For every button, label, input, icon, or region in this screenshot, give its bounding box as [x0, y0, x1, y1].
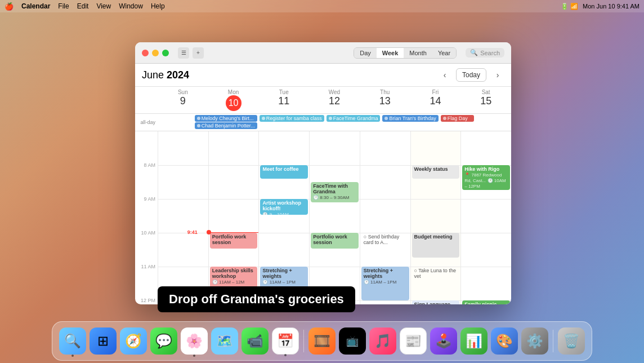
dock-safari[interactable]: 🧭 [120, 327, 147, 355]
dock-finder[interactable]: 🔍 [59, 327, 86, 355]
current-time-line [211, 232, 259, 233]
grid-col-fri: Weekly status Budget meeting ○ Take Luna… [410, 131, 461, 304]
dock-systemprefs[interactable]: ⚙️ [521, 327, 548, 355]
dock-maps[interactable]: 🗺️ [211, 327, 238, 355]
day-header-mon: Mon 10 [208, 87, 259, 113]
time-label-10am: 10 AM [141, 230, 155, 236]
time-label-11am: 11 AM [141, 264, 155, 269]
event-picnic[interactable]: Family picnic 🕐 12 – 2PM [462, 300, 510, 304]
allday-cell-fri: Flag Day [440, 114, 476, 131]
tab-week[interactable]: Week [377, 48, 404, 58]
allday-cell-wed: FaceTime Grandma [325, 114, 382, 131]
time-grid: 8 AM 9 AM 10 AM 11 AM 12 PM 1 PM 2 PM 3 … [135, 131, 511, 304]
dock-keynote[interactable]: 🎨 [491, 327, 518, 355]
grid-col-tue: Meet for coffee Artist workshop kickoff!… [258, 131, 309, 304]
allday-cell-sun [158, 114, 194, 131]
search-icon: 🔍 [470, 49, 478, 56]
view-tabs: Day Week Month Year [354, 47, 457, 59]
allday-cell-thu: Brian Tran's Birthday [381, 114, 439, 131]
allday-event-flag[interactable]: Flag Day [441, 115, 475, 122]
cal-year: 2024 [167, 69, 189, 81]
menu-calendar[interactable]: Calendar [21, 2, 50, 10]
apple-icon[interactable]: 🍎 [5, 2, 14, 11]
menubar-right: 🔋 📶 Mon Jun 10 9:41 AM [561, 3, 639, 10]
cal-month: June [142, 69, 164, 81]
allday-event-chad[interactable]: Chad Benjamin Potter... [195, 122, 257, 129]
allday-cell-mon: Melody Cheung's Birt... Chad Benjamin Po… [194, 114, 258, 131]
menu-file[interactable]: File [58, 2, 69, 10]
dock-arcade[interactable]: 🕹️ [430, 327, 457, 355]
current-time-indicator: 9:41 [209, 230, 259, 234]
dock-photos[interactable]: 🌸 [181, 327, 208, 355]
close-button[interactable] [142, 50, 149, 56]
add-event-button[interactable]: + [193, 47, 204, 59]
tooltip-text: Drop off Grandma's groceries [169, 292, 344, 306]
dock-divider [303, 330, 304, 352]
time-label-8am: 8 AM [144, 162, 155, 168]
menubar-left: 🍎 Calendar File Edit View Window Help [5, 2, 165, 11]
search-box[interactable]: 🔍 Search [466, 48, 504, 57]
event-facetime-grandma[interactable]: FaceTime with Grandma 🕐 8:30 – 9:30AM [311, 182, 359, 202]
menu-window[interactable]: Window [119, 2, 143, 10]
dock-calendar[interactable]: 📅 [272, 327, 299, 355]
event-stretching-thu[interactable]: Stretching + weights 🕐 11AM – 1PM [361, 267, 409, 300]
minimize-button[interactable] [152, 50, 159, 56]
dock-numbers[interactable]: 📊 [460, 327, 488, 355]
dock-clips[interactable]: 🎞️ [308, 327, 336, 355]
cal-header: June 2024 ‹ Today › [135, 64, 511, 87]
allday-event-melody[interactable]: Melody Cheung's Birt... [195, 115, 257, 122]
allday-label: all-day [135, 114, 158, 131]
maximize-button[interactable] [162, 50, 169, 56]
grid-col-sat: Hike with Rigo 📍 7867 Redwood Rd, Cast..… [460, 131, 511, 304]
dock-trash[interactable]: 🗑️ [558, 327, 585, 355]
menu-view[interactable]: View [96, 2, 111, 10]
dock-music[interactable]: 🎵 [369, 327, 396, 355]
today-button[interactable]: Today [456, 68, 486, 82]
day-header-fri: Fri 14 [410, 87, 461, 113]
sidebar-toggle[interactable]: ☰ [178, 47, 189, 59]
current-time-dot [207, 230, 211, 234]
event-artist-workshop[interactable]: Artist workshop kickoff! 🕐 9 – 10AM [260, 199, 308, 215]
event-portfolio-wed[interactable]: Portfolio work session [311, 233, 359, 249]
nav-prev-button[interactable]: ‹ [438, 68, 451, 82]
allday-row: all-day Melody Cheung's Birt... Chad Ben… [135, 114, 511, 131]
tab-year[interactable]: Year [432, 48, 456, 58]
menu-help[interactable]: Help [151, 2, 165, 10]
grid-col-wed: FaceTime with Grandma 🕐 8:30 – 9:30AM Po… [309, 131, 360, 304]
dock-appletv[interactable]: 📺 [339, 327, 366, 355]
dock-divider-2 [553, 330, 553, 352]
event-sign-language[interactable]: Sign Language Club 🕐 12 – 2PM [412, 300, 460, 304]
nav-next-button[interactable]: › [491, 68, 504, 82]
title-bar: ☰ + Day Week Month Year 🔍 Search [135, 42, 511, 64]
event-budget[interactable]: Budget meeting [412, 233, 460, 258]
nav-btns: ‹ Today › [438, 68, 504, 82]
time-gutter-header [135, 87, 158, 113]
title-controls: ☰ + [178, 47, 204, 59]
event-coffee[interactable]: Meet for coffee [260, 165, 308, 179]
tab-day[interactable]: Day [354, 48, 377, 58]
event-hike[interactable]: Hike with Rigo 📍 7867 Redwood Rd, Cast..… [462, 165, 510, 190]
cal-title: June 2024 [142, 69, 189, 81]
event-tooltip: Drop off Grandma's groceries [158, 286, 355, 312]
grid-col-mon: Portfolio work session Leadership skills… [208, 131, 259, 304]
dock-facetime[interactable]: 📹 [242, 327, 269, 355]
day-headers: Sun 9 Mon 10 Tue 11 Wed 12 Thu 13 Fri 14… [135, 87, 511, 114]
day-header-wed: Wed 12 [309, 87, 360, 113]
event-birthday-card[interactable]: ○ Send birthday card to A... [361, 233, 409, 244]
time-col: 8 AM 9 AM 10 AM 11 AM 12 PM 1 PM 2 PM 3 … [135, 131, 158, 304]
event-portfolio-mon[interactable]: Portfolio work session [210, 233, 258, 249]
dock: 🔍 ⊞ 🧭 💬 🌸 🗺️ 📹 📅 🎞️ 📺 🎵 📰 🕹️ 📊 [52, 321, 592, 361]
allday-event-samba[interactable]: Register for samba class [260, 115, 324, 122]
dock-messages[interactable]: 💬 [150, 327, 177, 355]
tab-month[interactable]: Month [404, 48, 432, 58]
menu-edit[interactable]: Edit [77, 2, 89, 10]
allday-event-facetime[interactable]: FaceTime Grandma [327, 115, 381, 122]
menu-datetime: Mon Jun 10 9:41 AM [583, 3, 639, 10]
dock-launchpad[interactable]: ⊞ [90, 327, 117, 355]
allday-event-brian[interactable]: Brian Tran's Birthday [382, 115, 438, 122]
day-header-tue: Tue 11 [258, 87, 309, 113]
dock-news[interactable]: 📰 [400, 327, 427, 355]
event-luna-vet[interactable]: ○ Take Luna to the vet [412, 267, 460, 278]
menu-status-icons: 🔋 📶 [561, 3, 578, 10]
event-weekly-status[interactable]: Weekly status [412, 165, 460, 179]
